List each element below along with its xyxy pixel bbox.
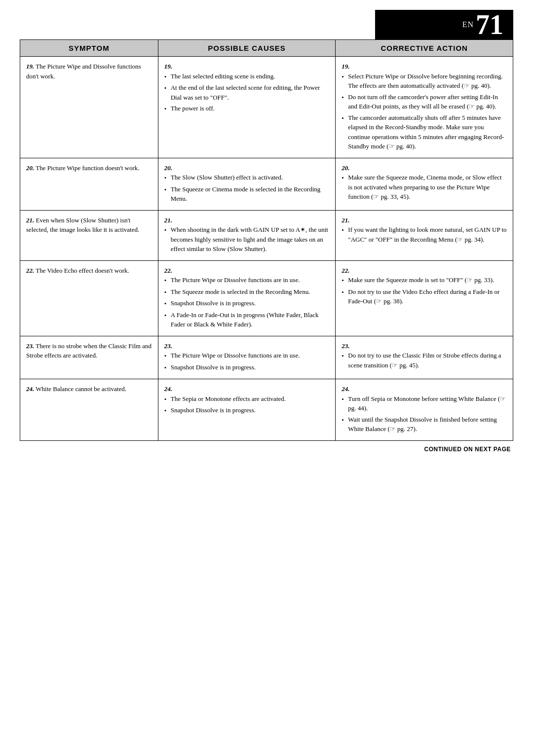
- bullet: •: [164, 276, 169, 286]
- row-number: 24.: [164, 385, 172, 393]
- table-row: 24. White Balance cannot be activated.24…: [20, 379, 513, 441]
- cause-item: •The Picture Wipe or Dissolve functions …: [164, 275, 330, 286]
- action-item: •Do not try to use the Video Echo effect…: [342, 287, 507, 306]
- action-cell: 20. •Make sure the Squeeze mode, Cinema …: [336, 158, 513, 210]
- header-causes: Possible Causes: [158, 40, 336, 57]
- page-header: EN 71: [20, 10, 513, 39]
- row-number: 22.: [26, 267, 34, 274]
- action-cell: 21. •If you want the lighting to look mo…: [336, 210, 513, 260]
- table-header-row: Symptom Possible Causes Corrective Actio…: [20, 40, 513, 57]
- causes-cell: 22. •The Picture Wipe or Dissolve functi…: [158, 260, 336, 336]
- page-number: 71: [476, 11, 503, 38]
- row-number: 23.: [26, 342, 34, 350]
- action-item: •If you want the lighting to look more n…: [342, 225, 507, 244]
- cause-item: •The Squeeze mode is selected in the Rec…: [164, 287, 330, 297]
- action-item: •Turn off Sepia or Monotone before setti…: [342, 394, 507, 413]
- action-item: •Do not turn off the camcorder's power a…: [342, 92, 507, 111]
- row-number: 20.: [26, 164, 34, 172]
- symptom-cell: 23. There is no strobe when the Classic …: [20, 336, 158, 379]
- cause-item: •A Fade-In or Fade-Out is in progress (W…: [164, 310, 330, 329]
- row-number: 20.: [164, 164, 172, 172]
- action-item: •Select Picture Wipe or Dissolve before …: [342, 72, 507, 91]
- symptom-cell: 24. White Balance cannot be activated.: [20, 379, 158, 441]
- bullet: •: [164, 185, 169, 195]
- en-label: EN: [462, 20, 474, 29]
- bullet: •: [342, 415, 346, 425]
- bullet: •: [342, 225, 346, 235]
- bullet: •: [342, 395, 346, 404]
- row-number: 23.: [164, 342, 172, 350]
- row-number: 20.: [342, 164, 349, 172]
- cause-item: •The power is off.: [164, 104, 330, 114]
- bullet: •: [342, 351, 346, 361]
- causes-cell: 20. •The Slow (Slow Shutter) effect is a…: [158, 158, 336, 210]
- header-action: Corrective Action: [336, 40, 513, 57]
- page: EN 71 Symptom Possible Causes Corrective…: [0, 0, 533, 756]
- row-number: 23.: [342, 342, 349, 350]
- row-number: 19.: [342, 63, 349, 70]
- continued-footer: CONTINUED ON NEXT PAGE: [20, 446, 513, 453]
- causes-cell: 24. •The Sepia or Monotone effects are a…: [158, 379, 336, 441]
- causes-cell: 23. •The Picture Wipe or Dissolve functi…: [158, 336, 336, 379]
- page-number-container: EN 71: [375, 10, 513, 39]
- row-number: 19.: [26, 63, 34, 70]
- bullet: •: [164, 299, 169, 309]
- action-cell: 24. •Turn off Sepia or Monotone before s…: [336, 379, 513, 441]
- header-symptom: Symptom: [20, 40, 158, 57]
- row-number: 21.: [26, 216, 34, 224]
- action-cell: 19. •Select Picture Wipe or Dissolve bef…: [336, 57, 513, 158]
- table-row: 23. There is no strobe when the Classic …: [20, 336, 513, 379]
- symptom-cell: 20. The Picture Wipe function doesn't wo…: [20, 158, 158, 210]
- symptom-cell: 22. The Video Echo effect doesn't work.: [20, 260, 158, 336]
- cause-item: •Snapshot Dissolve is in progress.: [164, 298, 330, 309]
- causes-cell: 21. •When shooting in the dark with GAIN…: [158, 210, 336, 260]
- row-number: 24.: [26, 385, 34, 393]
- row-number: 21.: [164, 216, 172, 224]
- bullet: •: [164, 395, 169, 404]
- causes-cell: 19. •The last selected editing scene is …: [158, 57, 336, 158]
- row-number: 22.: [342, 267, 349, 274]
- table-row: 22. The Video Echo effect doesn't work.2…: [20, 260, 513, 336]
- bullet: •: [342, 276, 346, 286]
- bullet: •: [342, 93, 346, 103]
- action-item: •The camcorder automatically shuts off a…: [342, 113, 507, 151]
- bullet: •: [342, 173, 346, 183]
- table-row: 20. The Picture Wipe function doesn't wo…: [20, 158, 513, 210]
- table-row: 19. The Picture Wipe and Dissolve functi…: [20, 57, 513, 158]
- cause-item: •Snapshot Dissolve is in progress.: [164, 405, 330, 416]
- action-cell: 22. •Make sure the Squeeze mode is set t…: [336, 260, 513, 336]
- table-row: 21. Even when Slow (Slow Shutter) isn't …: [20, 210, 513, 260]
- cause-item: •Snapshot Dissolve is in progress.: [164, 362, 330, 373]
- bullet: •: [164, 288, 169, 297]
- bullet: •: [164, 72, 169, 82]
- action-item: •Make sure the Squeeze mode is set to "O…: [342, 275, 507, 286]
- action-item: •Make sure the Squeeze mode, Cinema mode…: [342, 173, 507, 202]
- cause-item: •When shooting in the dark with GAIN UP …: [164, 225, 330, 254]
- bullet: •: [164, 225, 169, 235]
- row-number: 19.: [164, 63, 172, 70]
- cause-item: •The Slow (Slow Shutter) effect is activ…: [164, 173, 330, 183]
- bullet: •: [164, 363, 169, 373]
- bullet: •: [164, 83, 169, 93]
- bullet: •: [164, 104, 169, 114]
- cause-item: •At the end of the last selected scene f…: [164, 83, 330, 102]
- continued-label: CONTINUED ON NEXT PAGE: [424, 446, 511, 453]
- symptom-cell: 19. The Picture Wipe and Dissolve functi…: [20, 57, 158, 158]
- bullet: •: [164, 311, 169, 321]
- action-item: •Wait until the Snapshot Dissolve is fin…: [342, 415, 507, 434]
- row-number: 24.: [342, 385, 349, 393]
- action-cell: 23. •Do not try to use the Classic Film …: [336, 336, 513, 379]
- cause-item: •The Squeeze or Cinema mode is selected …: [164, 184, 330, 204]
- action-item: •Do not try to use the Classic Film or S…: [342, 351, 507, 370]
- symptom-cell: 21. Even when Slow (Slow Shutter) isn't …: [20, 210, 158, 260]
- bullet: •: [342, 113, 346, 123]
- row-number: 21.: [342, 216, 349, 224]
- cause-item: •The last selected editing scene is endi…: [164, 72, 330, 82]
- cause-item: •The Picture Wipe or Dissolve functions …: [164, 351, 330, 361]
- bullet: •: [164, 173, 169, 183]
- cause-item: •The Sepia or Monotone effects are activ…: [164, 394, 330, 404]
- row-number: 22.: [164, 267, 172, 274]
- bullet: •: [164, 351, 169, 361]
- bullet: •: [164, 406, 169, 416]
- bullet: •: [342, 288, 346, 297]
